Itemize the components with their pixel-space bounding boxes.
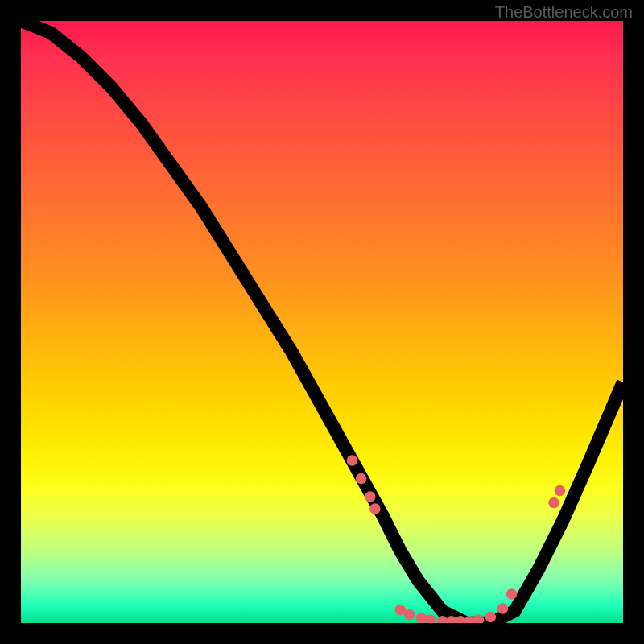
data-point bbox=[485, 612, 496, 622]
watermark-text: TheBottleneck.com bbox=[495, 3, 633, 22]
data-point bbox=[369, 503, 380, 514]
data-point bbox=[497, 603, 508, 613]
chart-data-points bbox=[347, 455, 566, 623]
chart-svg bbox=[21, 21, 623, 623]
data-point bbox=[548, 497, 559, 508]
data-point bbox=[404, 609, 415, 620]
data-point bbox=[347, 455, 357, 465]
data-point bbox=[356, 473, 366, 484]
data-point bbox=[473, 615, 484, 623]
chart-plot-area bbox=[21, 21, 623, 623]
chart-curve bbox=[21, 21, 623, 623]
data-point bbox=[555, 485, 565, 496]
data-point bbox=[425, 615, 436, 623]
data-point bbox=[506, 588, 517, 599]
data-point bbox=[416, 613, 427, 623]
data-point bbox=[365, 491, 375, 502]
